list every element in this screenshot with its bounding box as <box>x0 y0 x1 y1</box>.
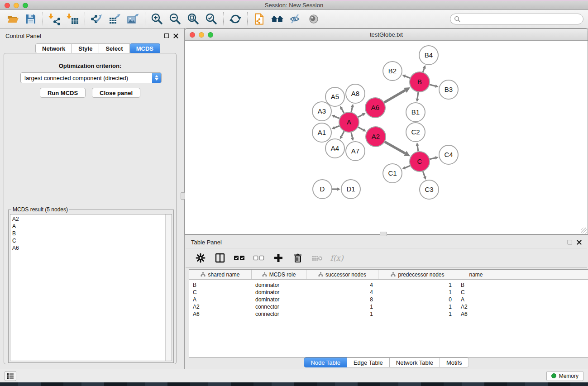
column-header-MCDS-role[interactable]: MCDS role <box>252 270 306 279</box>
table-cell[interactable]: B <box>457 282 495 288</box>
tab-select[interactable]: Select <box>99 43 129 53</box>
table-cell[interactable]: A <box>189 296 252 303</box>
resize-grip-icon[interactable] <box>581 228 587 234</box>
edge-A-A6[interactable] <box>358 114 363 117</box>
deselect-all-columns-button[interactable] <box>251 250 267 266</box>
table-cell[interactable]: dominator <box>252 296 306 303</box>
function-builder-button[interactable]: f(x) <box>329 250 344 266</box>
export-image-button[interactable] <box>124 11 142 27</box>
node-A7[interactable]: A7 <box>346 142 365 161</box>
birds-eye-view-button[interactable] <box>305 11 323 27</box>
node-C[interactable]: C <box>410 152 430 172</box>
edge-A6-B[interactable] <box>384 90 405 102</box>
criterion-dropdown[interactable]: largest connected component (directed) <box>20 72 162 83</box>
tab-edge-table[interactable]: Edge Table <box>347 357 390 367</box>
edge-C-C3[interactable] <box>423 172 425 176</box>
export-network-button[interactable] <box>88 11 106 27</box>
result-list-item[interactable]: A <box>12 223 163 230</box>
node-D1[interactable]: D1 <box>341 180 360 199</box>
edge-B-B2[interactable] <box>405 76 410 78</box>
edge-A-A3[interactable] <box>335 116 339 118</box>
table-cell[interactable]: A2 <box>457 304 495 310</box>
table-cell[interactable]: 1 <box>378 289 457 295</box>
export-table-button[interactable] <box>106 11 124 27</box>
split-view-button[interactable] <box>212 250 228 266</box>
node-A4[interactable]: A4 <box>325 139 344 158</box>
edge-B-B3[interactable] <box>430 85 435 86</box>
zoom-in-button[interactable] <box>148 11 166 27</box>
edge-A-A2[interactable] <box>358 127 363 130</box>
tab-node-table[interactable]: Node Table <box>304 357 347 367</box>
close-panel-icon[interactable] <box>173 33 178 38</box>
node-C4[interactable]: C4 <box>439 145 458 164</box>
import-table-button[interactable] <box>64 11 82 27</box>
edge-C-C1[interactable] <box>405 166 410 168</box>
column-header-predecessor-nodes[interactable]: predecessor nodes <box>378 270 457 279</box>
table-cell[interactable]: C <box>189 289 252 295</box>
close-panel-icon[interactable] <box>577 240 582 245</box>
table-cell[interactable]: 4 <box>306 289 378 295</box>
save-session-button[interactable] <box>22 11 40 27</box>
close-panel-button[interactable]: Close panel <box>92 88 140 98</box>
edge-A-A8[interactable] <box>351 107 352 112</box>
float-panel-icon[interactable] <box>568 240 572 244</box>
table-cell[interactable]: A2 <box>189 304 252 310</box>
node-B3[interactable]: B3 <box>439 80 458 99</box>
node-B1[interactable]: B1 <box>406 103 425 122</box>
import-network-button[interactable] <box>46 11 64 27</box>
column-header-name[interactable]: name <box>457 270 495 279</box>
node-A2[interactable]: A2 <box>366 127 386 147</box>
edge-B-B4[interactable] <box>423 68 424 72</box>
table-cell[interactable]: 1 <box>378 311 457 317</box>
zoom-selected-button[interactable] <box>202 11 220 27</box>
add-column-button[interactable] <box>271 250 286 266</box>
table-cell[interactable]: dominator <box>252 289 306 295</box>
node-B2[interactable]: B2 <box>383 62 402 81</box>
result-list-item[interactable]: A6 <box>12 244 163 252</box>
table-cell[interactable]: C <box>457 289 495 295</box>
table-cell[interactable]: 1 <box>306 304 378 310</box>
delete-columns-button[interactable] <box>290 250 306 266</box>
home-button[interactable] <box>268 11 287 27</box>
table-cell[interactable]: B <box>189 282 252 288</box>
table-cell[interactable]: connector <box>252 304 306 310</box>
open-session-button[interactable] <box>4 11 22 27</box>
node-B[interactable]: B <box>410 72 430 92</box>
table-cell[interactable]: 1 <box>378 304 457 310</box>
node-A8[interactable]: A8 <box>346 84 365 103</box>
hide-graphics-details-button[interactable] <box>287 11 305 27</box>
run-mcds-button[interactable]: Run MCDS <box>40 88 86 98</box>
table-cell[interactable]: 8 <box>306 296 378 303</box>
edge-A-A5[interactable] <box>342 109 344 113</box>
node-A5[interactable]: A5 <box>325 87 344 106</box>
edge-B-B1[interactable] <box>417 92 418 99</box>
float-panel-icon[interactable] <box>164 33 169 38</box>
memory-button[interactable]: Memory <box>546 371 583 381</box>
tab-mcds[interactable]: MCDS <box>130 43 160 53</box>
result-list-item[interactable]: B <box>12 230 163 237</box>
table-cell[interactable]: A <box>457 296 495 303</box>
column-header-shared-name[interactable]: shared name <box>189 270 252 279</box>
network-canvas[interactable]: B4B2BB3A8A5A6A3B1AC2A1A2A4A7C4CC1DD1C3 <box>185 41 588 234</box>
tab-network[interactable]: Network <box>35 43 72 53</box>
column-header-successor-nodes[interactable]: successor nodes <box>306 270 378 279</box>
result-list-item[interactable]: A2 <box>12 215 163 223</box>
table-cell[interactable]: 1 <box>378 282 457 288</box>
node-B4[interactable]: B4 <box>419 46 438 65</box>
node-D[interactable]: D <box>313 180 332 199</box>
edge-C-C2[interactable] <box>417 146 418 151</box>
node-C3[interactable]: C3 <box>420 180 439 199</box>
refresh-layout-button[interactable] <box>226 11 244 27</box>
table-row[interactable]: Bdominator41B <box>189 281 588 289</box>
zoom-out-button[interactable] <box>166 11 184 27</box>
edge-A-A1[interactable] <box>335 126 339 128</box>
result-list-item[interactable]: C <box>12 237 163 244</box>
task-history-button[interactable] <box>5 371 16 381</box>
delete-table-button[interactable] <box>310 250 325 266</box>
table-cell[interactable]: A6 <box>457 311 495 317</box>
search-input[interactable] <box>463 16 579 22</box>
table-cell[interactable]: 4 <box>306 282 378 288</box>
toolbar-search[interactable] <box>450 14 583 24</box>
table-cell[interactable]: 0 <box>378 296 457 303</box>
select-all-columns-button[interactable] <box>232 250 247 266</box>
